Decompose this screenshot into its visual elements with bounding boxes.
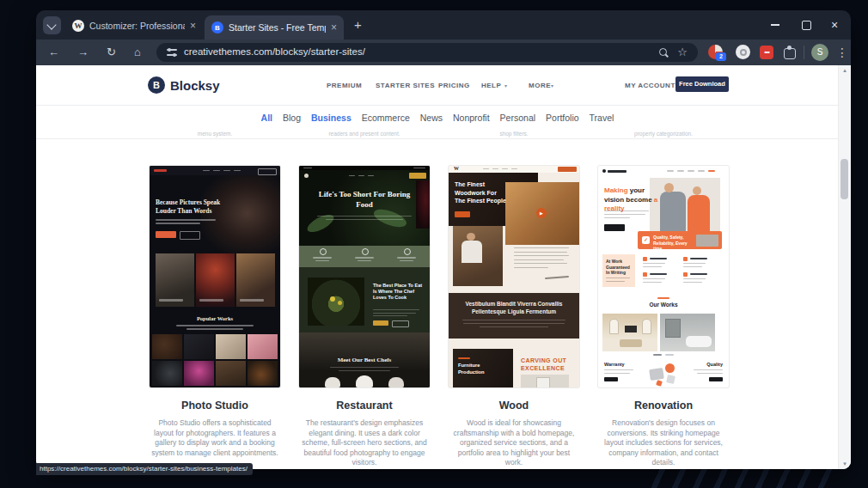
bookmark-star-icon[interactable]: ☆ xyxy=(677,46,688,58)
card-description: The restaurant's design emphasizes elega… xyxy=(299,418,430,468)
filter-ecommerce[interactable]: Ecommerce xyxy=(362,113,410,123)
starter-card-photo-studio: Because Pictures Speak Louder Than Words… xyxy=(150,166,280,458)
thumb-section-title: Our Works xyxy=(598,302,729,308)
filter-all[interactable]: All xyxy=(261,113,272,123)
thumbnail-renovation[interactable]: Making your vision become a reality ✓ Qu… xyxy=(598,166,729,387)
nav-starter-sites[interactable]: STARTER SITES xyxy=(376,82,435,89)
nav-pricing[interactable]: PRICING xyxy=(438,82,470,89)
zoom-icon[interactable] xyxy=(659,48,667,56)
tab-search-button[interactable] xyxy=(43,16,61,34)
thumb-headline: The Finest Woodwork For The Finest Peopl… xyxy=(455,180,508,205)
kebab-menu-icon[interactable]: ⋮ xyxy=(836,46,848,58)
filter-portfolio[interactable]: Portfolio xyxy=(546,113,579,123)
tab-title: Customizer: Professional 02 xyxy=(89,21,185,31)
site-settings-icon[interactable] xyxy=(167,48,177,57)
clipped-text: property categorization. xyxy=(634,131,693,137)
profile-avatar[interactable]: S xyxy=(811,44,828,61)
scroll-up-icon[interactable]: ▴ xyxy=(839,67,851,74)
thumb-chefs-section: Meet Our Best Chefs xyxy=(299,332,430,387)
thumb-button-primary xyxy=(156,231,176,238)
reload-icon[interactable]: ↻ xyxy=(107,46,116,58)
forward-icon[interactable]: → xyxy=(77,46,89,58)
thumb-grid-photo xyxy=(184,361,214,386)
thumb-topbar xyxy=(598,166,729,176)
address-bar[interactable]: creativethemes.com/blocksy/starter-sites… xyxy=(156,43,698,62)
web-page: B Blocksy PREMIUM STARTER SITES PRICING … xyxy=(36,65,851,469)
thumb-grid-photo xyxy=(216,361,246,386)
blocksy-favicon-icon: B xyxy=(211,21,223,34)
thumb-section-title: Popular Works xyxy=(150,315,280,321)
filter-nonprofit[interactable]: Nonprofit xyxy=(453,113,490,123)
back-icon[interactable]: ← xyxy=(48,46,59,58)
home-icon[interactable]: ⌂ xyxy=(134,46,141,58)
site-header: B Blocksy PREMIUM STARTER SITES PRICING … xyxy=(36,65,839,106)
page-scrollbar[interactable]: ▴ ▾ xyxy=(838,65,851,469)
thumb-grid-photo xyxy=(216,334,246,359)
thumb-button-dark xyxy=(604,224,625,231)
thumb-feature-section: The Best Place To Eat Is Where The Chef … xyxy=(299,267,430,332)
nav-more[interactable]: MORE xyxy=(529,82,551,89)
nav-help[interactable]: HELP xyxy=(481,82,501,89)
thumb-warranty-label: Warranty xyxy=(604,362,625,367)
brand-name[interactable]: Blocksy xyxy=(170,78,220,93)
thumbnail-photo-studio[interactable]: Because Pictures Speak Louder Than Words… xyxy=(150,166,280,387)
filter-blog[interactable]: Blog xyxy=(283,113,301,123)
card-description: Renovation's design focuses on conversio… xyxy=(598,418,729,468)
thumb-hero-portrait xyxy=(201,175,280,254)
close-window-button[interactable]: × xyxy=(831,18,838,32)
filter-business[interactable]: Business xyxy=(311,113,351,123)
new-tab-button[interactable]: + xyxy=(354,18,362,31)
card-title[interactable]: Wood xyxy=(449,400,579,412)
scrollbar-thumb[interactable] xyxy=(840,159,848,199)
maximize-button[interactable] xyxy=(802,21,811,30)
card-title[interactable]: Restaurant xyxy=(299,400,430,412)
thumb-photo-bathroom xyxy=(660,314,715,351)
thumb-headline: Life's Too Short For Boring Food xyxy=(313,189,416,210)
thumb-accent-heading: CARVING OUT EXCELLENCE xyxy=(521,357,574,372)
thumb-photo xyxy=(196,253,235,307)
tab-starter-sites[interactable]: B Starter Sites - Free Templates for Wor… xyxy=(205,15,344,40)
close-tab-icon[interactable]: × xyxy=(190,20,196,32)
tab-customizer[interactable]: W Customizer: Professional 02 × xyxy=(65,15,203,37)
chevron-down-icon: ▾ xyxy=(551,82,553,88)
blocksy-logo-icon[interactable]: B xyxy=(148,76,165,94)
thumb-grid-photo xyxy=(248,361,278,386)
close-tab-icon[interactable]: × xyxy=(331,21,337,34)
card-title[interactable]: Photo Studio xyxy=(150,400,280,412)
thumb-orange-banner: ✓ Quality, Safety, Reliability, Every ti… xyxy=(638,231,722,249)
card-title[interactable]: Renovation xyxy=(598,400,729,412)
extension-icon-3[interactable]: ••• xyxy=(760,46,773,59)
chevron-down-icon: ▾ xyxy=(504,82,507,88)
thumb-peach-box: At Work Guaranteed In Writing xyxy=(602,254,635,287)
extension-badge: 2 xyxy=(716,52,726,61)
thumb-headline: Making your vision become a reality xyxy=(604,186,661,214)
thumb-quality-label: Quality xyxy=(706,362,723,367)
thumb-section-title: Meet Our Best Chefs xyxy=(299,357,430,363)
extension-icon-1[interactable]: 2 xyxy=(708,45,723,59)
thumb-button-dark xyxy=(709,377,723,381)
thumb-headline: Because Pictures Speak Louder Than Words xyxy=(156,198,229,215)
thumbnail-wood[interactable]: W ▶ The Finest Woodwork For The Finest P… xyxy=(449,166,579,387)
thumbnail-restaurant[interactable]: Life's Too Short For Boring Food xyxy=(299,166,430,387)
chevron-down-icon xyxy=(46,20,56,29)
scroll-down-icon[interactable]: ▾ xyxy=(839,461,851,467)
filter-news[interactable]: News xyxy=(420,113,443,123)
free-download-button[interactable]: Free Download xyxy=(675,76,729,92)
clipped-text: readers and present content. xyxy=(328,131,400,137)
filter-travel[interactable]: Travel xyxy=(590,113,614,123)
nav-my-account[interactable]: MY ACCOUNT xyxy=(625,82,675,89)
nav-premium[interactable]: PREMIUM xyxy=(327,82,362,89)
minimize-button[interactable] xyxy=(771,24,779,26)
divider xyxy=(36,138,839,139)
thumb-photo xyxy=(156,253,194,307)
thumb-illustration xyxy=(646,362,681,387)
thumb-photo-craftsman xyxy=(453,226,503,286)
thumb-band-heading: Vestibulum Blandit Viverra Convallis Pel… xyxy=(457,301,571,315)
filter-personal[interactable]: Personal xyxy=(500,113,535,123)
category-filter-bar: All Blog Business Ecommerce News Nonprof… xyxy=(36,105,839,131)
thumb-photo xyxy=(521,375,569,387)
extension-icon-2[interactable] xyxy=(736,45,750,59)
extensions-puzzle-icon[interactable] xyxy=(784,48,796,59)
clipped-text: menu system. xyxy=(198,131,232,137)
thumb-topbar: W xyxy=(449,166,579,173)
